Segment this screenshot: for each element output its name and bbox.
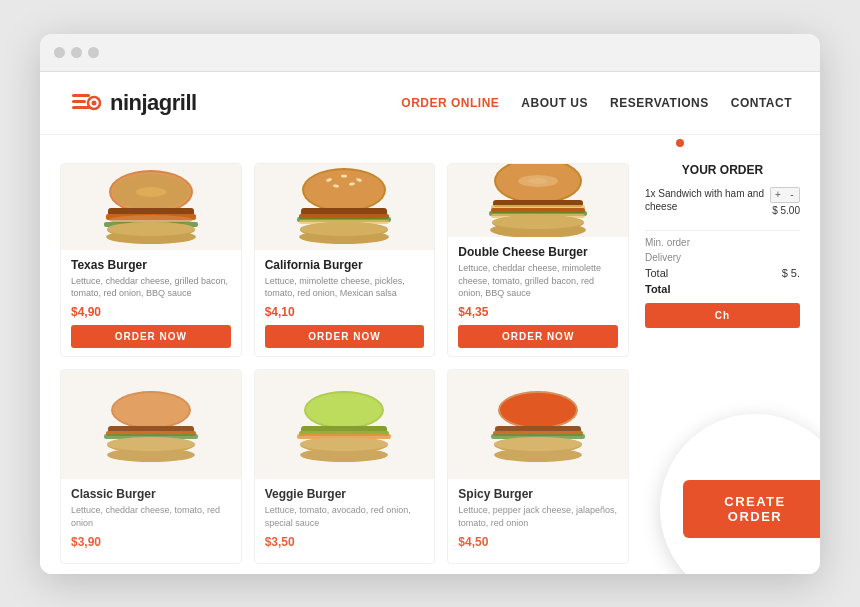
order-min-order-row: Min. order xyxy=(645,237,800,248)
item-price-spicy: $4,50 xyxy=(458,535,618,549)
nav-contact[interactable]: CONTACT xyxy=(731,96,792,110)
svg-point-15 xyxy=(136,187,166,197)
item-desc-spicy: Lettuce, pepper jack cheese, jalapeños, … xyxy=(458,504,618,529)
menu-item-body-veggie: Veggie Burger Lettuce, tomato, avocado, … xyxy=(255,479,435,562)
svg-point-4 xyxy=(92,100,97,105)
site-header: ninjagrill ORDER ONLINE ABOUT US RESERVA… xyxy=(40,72,820,135)
svg-point-49 xyxy=(107,437,195,451)
svg-point-52 xyxy=(306,393,382,427)
browser-dots xyxy=(54,47,99,58)
item-desc-double-cheese: Lettuce, cheddar cheese, mimolette chees… xyxy=(458,262,618,300)
item-price-classic: $3,90 xyxy=(71,535,231,549)
nav-about-us[interactable]: ABOUT US xyxy=(521,96,588,110)
browser-dot-1 xyxy=(54,47,65,58)
checkout-btn[interactable]: Ch xyxy=(645,303,800,328)
burger-svg-veggie xyxy=(279,380,409,470)
browser-dot-3 xyxy=(88,47,99,58)
qty-buttons: + - xyxy=(770,187,800,203)
item-price-texas: $4,90 xyxy=(71,305,231,319)
browser-bar xyxy=(40,34,820,72)
nav-links: ORDER ONLINE ABOUT US RESERVATIONS CONTA… xyxy=(401,96,792,110)
item-name-veggie: Veggie Burger xyxy=(265,487,425,501)
menu-item-body-california: California Burger Lettuce, mimolette che… xyxy=(255,250,435,356)
total-label: Total xyxy=(645,283,670,295)
delivery-label: Delivery xyxy=(645,252,681,263)
svg-point-20 xyxy=(341,174,347,177)
svg-point-57 xyxy=(300,437,388,451)
svg-rect-0 xyxy=(72,94,90,97)
item-name-classic: Classic Burger xyxy=(71,487,231,501)
nav-indicator xyxy=(40,135,820,147)
item-name-texas: Texas Burger xyxy=(71,258,231,272)
order-btn-california[interactable]: ORDER NOW xyxy=(265,325,425,348)
item-desc-classic: Lettuce, cheddar cheese, tomato, red oni… xyxy=(71,504,231,529)
svg-point-29 xyxy=(300,222,388,236)
order-btn-double-cheese[interactable]: ORDER NOW xyxy=(458,325,618,348)
order-delivery-row: Delivery xyxy=(645,252,800,263)
burger-svg-classic xyxy=(86,380,216,470)
svg-rect-1 xyxy=(72,100,86,103)
burger-svg-double-cheese xyxy=(473,164,603,238)
svg-point-65 xyxy=(494,437,582,451)
menu-grid: Texas Burger Lettuce, cheddar cheese, gr… xyxy=(60,163,629,564)
logo-text: ninjagrill xyxy=(110,90,197,116)
burger-svg-spicy xyxy=(473,380,603,470)
burger-svg-texas xyxy=(86,164,216,250)
browser-dot-2 xyxy=(71,47,82,58)
qty-plus-btn[interactable]: + xyxy=(771,188,785,202)
menu-item-img-spicy xyxy=(448,370,628,479)
qty-minus-btn[interactable]: - xyxy=(785,188,799,202)
menu-item-classic: Classic Burger Lettuce, cheddar cheese, … xyxy=(60,369,242,564)
menu-item-veggie: Veggie Burger Lettuce, tomato, avocado, … xyxy=(254,369,436,564)
item-price-california: $4,10 xyxy=(265,305,425,319)
order-item-row: 1x Sandwich with ham and cheese + - $ 5.… xyxy=(645,187,800,216)
item-price-double-cheese: $4,35 xyxy=(458,305,618,319)
order-subtotal-row: Total $ 5. xyxy=(645,267,800,279)
menu-item-texas: Texas Burger Lettuce, cheddar cheese, gr… xyxy=(60,163,242,358)
order-title: YOUR ORDER xyxy=(645,163,800,177)
order-item-price: $ 5.00 xyxy=(772,205,800,216)
item-name-double-cheese: Double Cheese Burger xyxy=(458,245,618,259)
subtotal-value: $ 5. xyxy=(782,267,800,279)
menu-item-body-texas: Texas Burger Lettuce, cheddar cheese, gr… xyxy=(61,250,241,356)
min-order-label: Min. order xyxy=(645,237,690,248)
item-desc-veggie: Lettuce, tomato, avocado, red onion, spe… xyxy=(265,504,425,529)
order-divider xyxy=(645,230,800,231)
subtotal-label: Total xyxy=(645,267,668,279)
create-order-btn[interactable]: CREATE ORDER xyxy=(683,480,821,538)
menu-item-spicy: Spicy Burger Lettuce, pepper jack cheese… xyxy=(447,369,629,564)
menu-item-img-texas xyxy=(61,164,241,250)
order-btn-texas[interactable]: ORDER NOW xyxy=(71,325,231,348)
logo-icon xyxy=(68,86,102,120)
menu-item-img-double-cheese xyxy=(448,164,628,238)
nav-order-online[interactable]: ORDER ONLINE xyxy=(401,96,499,110)
order-item-controls: + - $ 5.00 xyxy=(770,187,800,216)
menu-item-img-california xyxy=(255,164,435,250)
item-price-veggie: $3,50 xyxy=(265,535,425,549)
logo-area: ninjagrill xyxy=(68,86,197,120)
item-name-california: California Burger xyxy=(265,258,425,272)
menu-item-img-classic xyxy=(61,370,241,479)
order-item-label: 1x Sandwich with ham and cheese xyxy=(645,187,770,213)
burger-svg-california xyxy=(279,164,409,250)
svg-point-41 xyxy=(528,178,548,184)
menu-item-california: California Burger Lettuce, mimolette che… xyxy=(254,163,436,358)
svg-point-40 xyxy=(492,215,584,229)
svg-point-44 xyxy=(113,393,189,427)
item-desc-california: Lettuce, mimolette cheese, pickles, toma… xyxy=(265,275,425,300)
item-name-spicy: Spicy Burger xyxy=(458,487,618,501)
menu-item-body-double-cheese: Double Cheese Burger Lettuce, cheddar ch… xyxy=(448,237,628,356)
nav-reservations[interactable]: RESERVATIONS xyxy=(610,96,709,110)
nav-active-dot xyxy=(676,139,684,147)
svg-point-14 xyxy=(107,222,195,236)
menu-item-double-cheese: Double Cheese Burger Lettuce, cheddar ch… xyxy=(447,163,629,358)
svg-point-60 xyxy=(500,393,576,427)
order-total-row: Total xyxy=(645,283,800,295)
menu-item-body-classic: Classic Burger Lettuce, cheddar cheese, … xyxy=(61,479,241,562)
svg-rect-2 xyxy=(72,106,90,109)
menu-item-img-veggie xyxy=(255,370,435,479)
menu-item-body-spicy: Spicy Burger Lettuce, pepper jack cheese… xyxy=(448,479,628,562)
browser-window: ninjagrill ORDER ONLINE ABOUT US RESERVA… xyxy=(40,34,820,574)
item-desc-texas: Lettuce, cheddar cheese, grilled bacon, … xyxy=(71,275,231,300)
